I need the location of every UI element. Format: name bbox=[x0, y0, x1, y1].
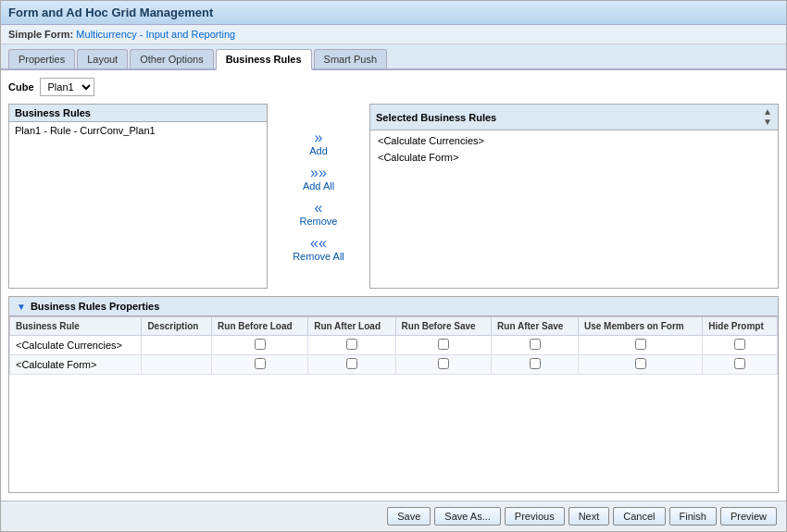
col-header-run-after-load: Run After Load bbox=[308, 317, 395, 336]
finish-button[interactable]: Finish bbox=[669, 507, 717, 526]
run-before-load-checkbox[interactable] bbox=[255, 358, 266, 369]
col-header-description: Description bbox=[142, 317, 212, 336]
next-button[interactable]: Next bbox=[568, 507, 610, 526]
hide-prompt-checkbox[interactable] bbox=[734, 339, 745, 350]
cell-hide-prompt bbox=[703, 336, 778, 355]
selected-rules-body: <Calculate Currencies> <Calculate Form> bbox=[370, 130, 778, 288]
cell-run-before-load bbox=[212, 355, 308, 375]
previous-button[interactable]: Previous bbox=[505, 507, 565, 526]
selected-rules-panel: Selected Business Rules ▲ ▼ <Calculate C… bbox=[369, 104, 779, 289]
add-all-label: Add All bbox=[303, 180, 334, 192]
add-button[interactable]: » Add bbox=[309, 130, 328, 156]
remove-all-label: Remove All bbox=[293, 251, 344, 262]
cell-run-after-load bbox=[308, 355, 395, 375]
add-label: Add bbox=[309, 145, 328, 156]
hide-prompt-checkbox[interactable] bbox=[734, 358, 745, 369]
cell-run-before-save bbox=[395, 336, 492, 355]
business-rules-list-body: Plan1 - Rule - CurrConv_Plan1 bbox=[9, 122, 267, 288]
remove-button[interactable]: « Remove bbox=[300, 201, 338, 227]
run-after-load-checkbox[interactable] bbox=[346, 339, 357, 350]
properties-table: Business Rule Description Run Before Loa… bbox=[9, 316, 778, 375]
simple-form-bar: Simple Form: Multicurrency - Input and R… bbox=[1, 25, 786, 44]
properties-section: ▼ Business Rules Properties Business Rul… bbox=[8, 296, 779, 493]
cube-row: Cube Plan1 bbox=[8, 78, 779, 96]
tab-layout[interactable]: Layout bbox=[77, 49, 128, 68]
cell-run-after-save bbox=[492, 336, 579, 355]
save-as-button[interactable]: Save As... bbox=[434, 507, 501, 526]
tab-properties[interactable]: Properties bbox=[8, 49, 75, 68]
cell-run-after-save bbox=[492, 355, 579, 375]
col-header-hide-prompt: Hide Prompt bbox=[703, 317, 778, 336]
cube-label: Cube bbox=[8, 81, 34, 93]
cube-select[interactable]: Plan1 bbox=[40, 78, 94, 96]
main-window: Form and Ad Hoc Grid Management Simple F… bbox=[0, 0, 787, 532]
content-area: Cube Plan1 Business Rules Plan1 - Rule -… bbox=[1, 70, 786, 501]
cancel-button[interactable]: Cancel bbox=[613, 507, 665, 526]
cell-description bbox=[142, 336, 212, 355]
footer-bar: Save Save As... Previous Next Cancel Fin… bbox=[1, 501, 786, 531]
window-title: Form and Ad Hoc Grid Management bbox=[8, 6, 213, 19]
use-members-checkbox[interactable] bbox=[635, 339, 646, 350]
cell-run-before-save bbox=[395, 355, 492, 375]
save-button[interactable]: Save bbox=[387, 507, 431, 526]
remove-all-icon: «« bbox=[310, 236, 327, 251]
col-header-rule: Business Rule bbox=[10, 317, 142, 336]
cell-hide-prompt bbox=[703, 355, 778, 375]
remove-all-button[interactable]: «« Remove All bbox=[293, 236, 344, 262]
business-rules-list-panel: Business Rules Plan1 - Rule - CurrConv_P… bbox=[8, 104, 268, 289]
col-header-run-after-save: Run After Save bbox=[492, 317, 579, 336]
simple-form-value: Multicurrency - Input and Reporting bbox=[76, 29, 235, 40]
title-bar: Form and Ad Hoc Grid Management bbox=[1, 1, 786, 25]
add-all-icon: »» bbox=[310, 166, 327, 180]
selected-rules-header: Selected Business Rules ▲ ▼ bbox=[370, 105, 778, 130]
tab-smart-push[interactable]: Smart Push bbox=[314, 49, 387, 68]
scroll-down-icon[interactable]: ▼ bbox=[763, 118, 772, 127]
run-after-save-checkbox[interactable] bbox=[530, 358, 541, 369]
run-before-load-checkbox[interactable] bbox=[255, 339, 266, 350]
selected-rules-title: Selected Business Rules bbox=[376, 112, 496, 123]
use-members-checkbox[interactable] bbox=[635, 358, 646, 369]
table-row: <Calculate Form> bbox=[10, 355, 778, 375]
run-after-load-checkbox[interactable] bbox=[346, 358, 357, 369]
scroll-arrows: ▲ ▼ bbox=[763, 107, 772, 127]
col-header-run-before-save: Run Before Save bbox=[395, 317, 492, 336]
properties-title: Business Rules Properties bbox=[31, 301, 159, 312]
tab-business-rules[interactable]: Business Rules bbox=[216, 49, 312, 70]
properties-table-scroll: Business Rule Description Run Before Loa… bbox=[9, 316, 778, 492]
rules-section: Business Rules Plan1 - Rule - CurrConv_P… bbox=[8, 104, 779, 289]
col-header-use-members: Use Members on Form bbox=[578, 317, 702, 336]
add-all-button[interactable]: »» Add All bbox=[303, 166, 334, 192]
cell-rule: <Calculate Form> bbox=[10, 355, 142, 375]
action-buttons-panel: » Add »» Add All « Remove «« Remove All bbox=[268, 104, 369, 289]
col-header-run-before-load: Run Before Load bbox=[212, 317, 308, 336]
remove-icon: « bbox=[315, 201, 323, 216]
preview-button[interactable]: Preview bbox=[720, 507, 777, 526]
cell-run-after-load bbox=[308, 336, 395, 355]
run-before-save-checkbox[interactable] bbox=[438, 339, 449, 350]
cell-rule: <Calculate Currencies> bbox=[10, 336, 142, 355]
remove-label: Remove bbox=[300, 216, 338, 227]
cell-use-members bbox=[578, 336, 702, 355]
list-item[interactable]: <Calculate Form> bbox=[372, 149, 776, 166]
collapse-icon[interactable]: ▼ bbox=[17, 302, 26, 312]
cell-use-members bbox=[578, 355, 702, 375]
scroll-up-icon[interactable]: ▲ bbox=[763, 107, 772, 117]
business-rules-list-header: Business Rules bbox=[9, 105, 267, 122]
list-item[interactable]: <Calculate Currencies> bbox=[372, 132, 776, 149]
properties-header: ▼ Business Rules Properties bbox=[9, 297, 778, 316]
simple-form-label: Simple Form: bbox=[8, 29, 73, 40]
table-row: <Calculate Currencies> bbox=[10, 336, 778, 355]
add-icon: » bbox=[315, 130, 323, 145]
tab-other-options[interactable]: Other Options bbox=[130, 49, 213, 68]
cell-run-before-load bbox=[212, 336, 308, 355]
tabs-bar: Properties Layout Other Options Business… bbox=[1, 44, 786, 70]
run-before-save-checkbox[interactable] bbox=[438, 358, 449, 369]
run-after-save-checkbox[interactable] bbox=[530, 339, 541, 350]
list-item[interactable]: Plan1 - Rule - CurrConv_Plan1 bbox=[9, 122, 267, 139]
cell-description bbox=[142, 355, 212, 375]
